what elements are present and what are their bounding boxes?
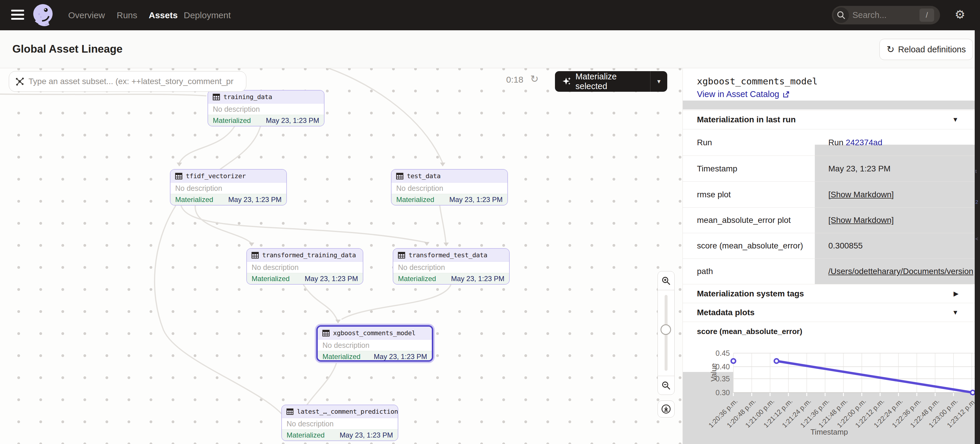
gear-icon[interactable]: ⚙: [955, 8, 965, 21]
show-markdown-link[interactable]: [Show Markdown]: [828, 190, 894, 199]
search-input[interactable]: [853, 8, 917, 22]
y-tick: 0.30: [709, 388, 730, 397]
asset-node-training-data[interactable]: training_data No description Materialize…: [207, 90, 325, 126]
asset-description: No description: [391, 183, 508, 194]
external-link-icon: [782, 91, 790, 98]
status-badge: Materialized: [175, 196, 213, 204]
asset-node-tfidf-vectorizer[interactable]: tfidf_vectorizer No description Material…: [170, 169, 287, 205]
zoom-out-button[interactable]: [658, 376, 674, 395]
nav-overview[interactable]: Overview: [68, 0, 105, 30]
chevron-down-icon: ▼: [952, 309, 959, 317]
chart-title: score (mean_absolute_error): [697, 327, 802, 336]
refresh-graph-icon[interactable]: ↻: [530, 73, 539, 85]
x-axis-label: Timestamp: [683, 428, 975, 437]
asset-subset-input[interactable]: [29, 73, 246, 90]
asset-name: transformed_test_data: [409, 251, 487, 259]
asset-name: transformed_training_data: [262, 251, 356, 259]
section-materialization-system-tags[interactable]: Materialization system tags ▶: [683, 284, 975, 303]
table-icon: [396, 172, 404, 180]
zoom-slider[interactable]: [665, 295, 668, 371]
status-badge: Materialized: [213, 116, 251, 125]
asset-description: No description: [282, 418, 398, 429]
asset-graph-icon: [14, 76, 25, 87]
data-point: [731, 359, 736, 363]
materialized-timestamp: May 23, 1:23 PM: [228, 196, 282, 204]
download-icon: [661, 404, 671, 414]
asset-name: training_data: [223, 93, 272, 100]
zoom-out-icon: [661, 380, 671, 390]
zoom-in-button[interactable]: [658, 271, 674, 290]
asset-node-latest-comment-predictions[interactable]: latest_…_comment_predictions No descript…: [281, 404, 398, 441]
window-edge-sliver: t 2 <: [975, 30, 980, 444]
asset-name: test_data: [407, 172, 441, 180]
status-badge: Materialized: [323, 353, 360, 361]
materialized-timestamp: May 23, 1:23 PM: [266, 116, 319, 125]
top-nav: Overview Runs Assets Deployment / ⚙: [0, 0, 980, 30]
data-point: [970, 390, 975, 395]
asset-name: tfidf_vectorizer: [186, 172, 246, 180]
asset-filter-box[interactable]: [9, 71, 246, 92]
asset-description: No description: [170, 183, 286, 194]
section-materialization-last-run[interactable]: Materialization in last run ▼: [683, 110, 975, 129]
asset-description: No description: [393, 262, 509, 273]
asset-description: No description: [208, 103, 324, 115]
zoom-slider-handle[interactable]: [660, 324, 671, 335]
asset-node-transformed-training-data[interactable]: transformed_training_data No description…: [246, 248, 363, 285]
status-badge: Materialized: [398, 275, 436, 283]
materialize-options-caret[interactable]: ▾: [650, 71, 667, 92]
nav-runs[interactable]: Runs: [117, 0, 137, 30]
status-badge: Materialized: [286, 431, 325, 439]
nav-assets[interactable]: Assets: [149, 0, 178, 30]
asset-name: xgboost_comments_model: [333, 329, 415, 337]
metadata-row-rmse-plot: rmse plot [Show Markdown]: [683, 182, 975, 208]
table-icon: [251, 251, 259, 259]
search-box[interactable]: /: [832, 6, 940, 24]
metadata-row-path: path /Users/odetteharary/Documents/versi…: [683, 259, 975, 284]
asset-description: No description: [247, 262, 363, 273]
chevron-right-icon: ▶: [953, 290, 959, 298]
asset-node-test-data[interactable]: test_data No description MaterializedMay…: [391, 169, 508, 205]
data-point: [774, 359, 779, 363]
refresh-icon: ↻: [886, 45, 894, 54]
asset-description: No description: [318, 340, 432, 351]
materialized-timestamp: May 23, 1:23 PM: [449, 196, 503, 204]
table-icon: [322, 329, 330, 337]
refresh-timer: 0:18: [506, 75, 523, 85]
show-markdown-link[interactable]: [Show Markdown]: [828, 215, 894, 225]
search-shortcut-badge: /: [920, 8, 934, 22]
view-in-asset-catalog-link[interactable]: View in Asset Catalog: [697, 89, 790, 99]
table-icon: [398, 251, 406, 259]
asset-lineage-graph: 0:18 ↻ Materialize selected ▾ training_d…: [0, 68, 682, 444]
download-view-button[interactable]: [657, 401, 675, 417]
search-icon: [833, 7, 849, 23]
status-badge: Materialized: [251, 275, 290, 283]
asset-details-panel: xgboost_comments_model View in Asset Cat…: [682, 68, 980, 444]
metadata-row-mae-plot: mean_absolute_error plot [Show Markdown]: [683, 208, 975, 233]
reload-definitions-button[interactable]: ↻ Reload definitions: [880, 39, 973, 60]
chevron-down-icon: ▼: [952, 116, 959, 124]
asset-title: xgboost_comments_model: [697, 76, 818, 86]
materialized-timestamp: May 23, 1:23 PM: [374, 353, 427, 361]
zoom-controls: [657, 271, 675, 395]
materialized-timestamp: May 23, 1:23 PM: [451, 275, 504, 283]
selection-highlight: [683, 100, 975, 109]
metadata-row-score: score (mean_absolute_error) 0.300855: [683, 233, 975, 259]
asset-node-transformed-test-data[interactable]: transformed_test_data No description Mat…: [393, 248, 510, 285]
metadata-row-run: Run Run 242374ad: [683, 129, 975, 156]
y-tick: 0.45: [709, 349, 730, 358]
run-id-link[interactable]: 242374ad: [846, 138, 882, 147]
y-axis-label: Value: [710, 363, 718, 381]
nav-deployment[interactable]: Deployment: [184, 0, 231, 30]
materialize-selected-button[interactable]: Materialize selected ▾: [555, 71, 667, 92]
section-metadata-plots[interactable]: Metadata plots ▼: [683, 303, 975, 322]
menu-icon[interactable]: [11, 10, 24, 21]
page-title: Global Asset Lineage: [12, 43, 123, 55]
materialized-timestamp: May 23, 1:23 PM: [340, 431, 393, 439]
asset-node-xgboost-comments-model[interactable]: xgboost_comments_model No description Ma…: [316, 325, 433, 362]
metadata-row-timestamp: Timestamp May 23, 1:23 PM: [683, 156, 975, 182]
table-icon: [286, 407, 294, 416]
dagster-logo-icon[interactable]: [30, 2, 56, 28]
materialized-timestamp: May 23, 1:23 PM: [305, 275, 358, 283]
table-icon: [212, 93, 220, 101]
path-link[interactable]: /Users/odetteharary/Documents/version: [828, 267, 973, 276]
